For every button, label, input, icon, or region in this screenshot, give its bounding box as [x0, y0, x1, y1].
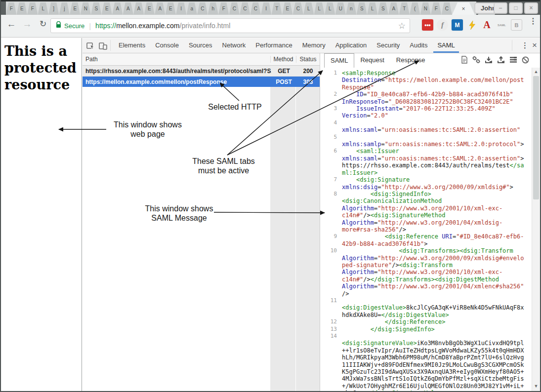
- browser-tab[interactable]: T: [272, 2, 283, 15]
- saml-subtab-request[interactable]: Request: [354, 53, 390, 68]
- browser-menu-icon[interactable]: ⋮: [529, 19, 535, 23]
- address-bar[interactable]: Secure | https://mellon.example.com/priv…: [50, 18, 410, 33]
- browser-tab[interactable]: C: [240, 2, 250, 15]
- browser-tab[interactable]: L: [325, 2, 335, 15]
- browser-tab[interactable]: S: [91, 2, 102, 15]
- browser-tab[interactable]: S: [378, 2, 389, 15]
- bookmark-star-icon[interactable]: ☆: [398, 21, 406, 31]
- browser-tab[interactable]: U: [335, 2, 346, 15]
- browser-tab[interactable]: F: [27, 2, 38, 15]
- b-extension-icon[interactable]: B: [511, 19, 522, 31]
- forward-button[interactable]: →: [21, 19, 34, 30]
- network-request-row[interactable]: https://rhsso.example.com:8443/auth/real…: [83, 66, 320, 77]
- devtools-tab-console[interactable]: Console: [150, 38, 184, 53]
- browser-tab[interactable]: n: [346, 2, 357, 15]
- a-extension-icon[interactable]: A: [481, 19, 493, 31]
- password-manager-extension-icon[interactable]: •••: [422, 19, 433, 31]
- browser-tab[interactable]: N: [81, 2, 91, 15]
- document-icon[interactable]: [461, 56, 468, 64]
- scrollbar-down-icon[interactable]: ▼: [532, 382, 540, 390]
- devtools-tab-audits[interactable]: Audits: [405, 38, 432, 53]
- browser-tab[interactable]: A: [133, 2, 144, 15]
- upload-icon[interactable]: [497, 56, 505, 64]
- xml-line: 5 xmlns:samlp="urn:oasis:names:tc:SAML:2…: [320, 134, 532, 148]
- devtools-tab-saml[interactable]: SAML: [432, 38, 459, 53]
- maximize-button[interactable]: □: [509, 2, 523, 14]
- network-request-row[interactable]: https://mellon.example.com/mellon/postRe…: [83, 77, 320, 87]
- browser-tab[interactable]: C: [293, 2, 304, 15]
- line-number: 4: [320, 119, 342, 134]
- back-button[interactable]: ←: [5, 19, 18, 30]
- browser-tab[interactable]: L: [367, 2, 378, 15]
- browser-tab[interactable]: C: [229, 2, 240, 15]
- download-icon[interactable]: [485, 56, 493, 64]
- browser-tab[interactable]: E: [102, 2, 113, 15]
- browser-tab[interactable]: j: [59, 2, 70, 15]
- column-header-path[interactable]: Path: [83, 56, 270, 63]
- inspect-element-icon[interactable]: [86, 41, 95, 50]
- saml-extension-icon[interactable]: SAML: [496, 19, 507, 31]
- browser-tab[interactable]: a: [187, 2, 198, 15]
- devtools-tab-performance[interactable]: Performance: [250, 38, 297, 53]
- browser-tab[interactable]: I: [261, 2, 272, 15]
- close-button[interactable]: ×: [524, 2, 538, 14]
- devtools-menu-icon[interactable]: ⋮: [521, 43, 526, 47]
- browser-tab[interactable]: A: [123, 2, 134, 15]
- browser-tab[interactable]: A: [112, 2, 123, 15]
- column-header-status[interactable]: Status: [296, 56, 320, 63]
- browser-tab[interactable]: N: [420, 2, 431, 15]
- secure-label[interactable]: Secure: [64, 22, 84, 30]
- reload-button[interactable]: ↻: [37, 19, 49, 29]
- devtools-close-icon[interactable]: ×: [532, 40, 537, 50]
- browser-tab[interactable]: C: [250, 2, 261, 15]
- browser-tab[interactable]: ]: [48, 2, 59, 15]
- browser-tab[interactable]: E: [144, 2, 155, 15]
- m-extension-icon[interactable]: M: [452, 19, 463, 31]
- saml-xml[interactable]: 1<samlp:Response Destination="https://me…: [320, 68, 532, 391]
- browser-tab[interactable]: T: [399, 2, 410, 15]
- lightning-extension-icon[interactable]: [466, 19, 478, 31]
- browser-tab[interactable]: L: [314, 2, 325, 15]
- link-icon[interactable]: [472, 56, 480, 64]
- browser-tab[interactable]: E: [166, 2, 176, 15]
- browser-tab[interactable]: A: [155, 2, 166, 15]
- browser-tab[interactable]: C: [442, 2, 453, 15]
- block-icon[interactable]: [522, 56, 529, 64]
- devtools-toolbar-separator: [110, 40, 111, 51]
- browser-tab[interactable]: h: [208, 2, 219, 15]
- devtools-tab-application[interactable]: Application: [331, 38, 372, 53]
- scrollbar-thumb[interactable]: [533, 76, 539, 199]
- device-toolbar-icon[interactable]: [99, 41, 107, 50]
- devtools-tab-security[interactable]: Security: [372, 38, 405, 53]
- scrollbar-up-icon[interactable]: ▲: [532, 68, 540, 76]
- browser-tab[interactable]: L: [38, 2, 49, 15]
- browser-toolbar: ← → ↻ Secure | https://mellon.example.co…: [1, 15, 540, 38]
- browser-tab[interactable]: I: [176, 2, 187, 15]
- saml-subtab-saml[interactable]: SAML: [324, 53, 354, 68]
- browser-tab[interactable]: S: [357, 2, 368, 15]
- url-text[interactable]: https://mellon.example.com/private/info.…: [95, 22, 395, 30]
- devtools-tab-sources[interactable]: Sources: [184, 38, 217, 53]
- browser-tab[interactable]: (: [410, 2, 420, 15]
- browser-tab[interactable]: C: [197, 2, 208, 15]
- browser-tab[interactable]: E: [282, 2, 293, 15]
- devtools-tab-network[interactable]: Network: [217, 38, 251, 53]
- browser-tab[interactable]: A: [388, 2, 399, 15]
- browser-tab[interactable]: L: [303, 2, 314, 15]
- minimize-button[interactable]: –: [494, 2, 507, 14]
- devtools-tabs: ElementsConsoleSourcesNetworkPerformance…: [114, 38, 460, 53]
- scrollbar[interactable]: ▲ ▼: [532, 68, 540, 391]
- devtools-tab-memory[interactable]: Memory: [297, 38, 331, 53]
- list-icon[interactable]: [509, 56, 517, 63]
- column-header-method[interactable]: Method: [270, 56, 296, 63]
- devtools-tab-elements[interactable]: Elements: [114, 38, 150, 53]
- saml-subtab-response[interactable]: Response: [390, 53, 431, 68]
- browser-tab[interactable]: F: [218, 2, 229, 15]
- browser-tab[interactable]: E: [70, 2, 81, 15]
- browser-tab[interactable]: E: [17, 2, 28, 15]
- fedora-extension-icon[interactable]: f: [437, 19, 448, 31]
- browser-tab[interactable]: F: [6, 2, 17, 15]
- browser-tab-active[interactable]: ×: [452, 2, 475, 15]
- annotation-saml-message: This window shows SAML Message: [133, 204, 225, 223]
- browser-tab[interactable]: F: [431, 2, 442, 15]
